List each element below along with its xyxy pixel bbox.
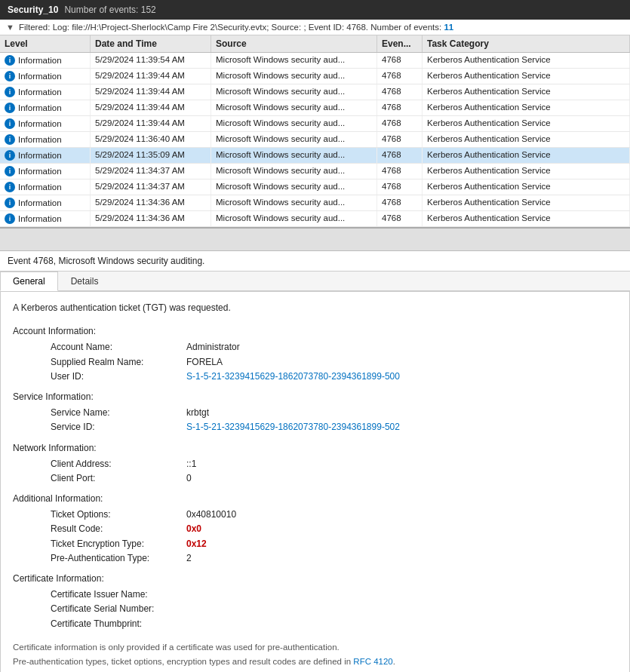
eventid-cell: 4768 — [377, 195, 423, 210]
level-cell: iInformation — [0, 100, 91, 115]
info-icon: i — [5, 150, 15, 161]
field-value: 0x12 — [186, 537, 207, 551]
level-text: Information — [18, 87, 62, 97]
taskcategory-cell: Kerberos Authentication Service — [423, 116, 630, 131]
field-value: 2 — [186, 551, 192, 566]
taskcategory-cell: Kerberos Authentication Service — [423, 211, 630, 226]
taskcategory-cell: Kerberos Authentication Service — [423, 84, 630, 100]
source-cell: Microsoft Windows security aud... — [211, 132, 377, 147]
field-label: Client Address: — [51, 457, 186, 471]
level-text: Information — [18, 135, 62, 144]
info-icon: i — [5, 55, 15, 66]
eventid-cell: 4768 — [377, 148, 423, 163]
table-row[interactable]: iInformation5/29/2024 11:35:09 AMMicroso… — [0, 148, 630, 164]
title-bar: Security_10 Number of events: 152 — [0, 0, 630, 20]
detail-section: Service Information:Service Name:krbtgtS… — [13, 390, 617, 435]
field-label: Result Code: — [51, 522, 186, 536]
detail-panel: A Kerberos authentication ticket (TGT) w… — [0, 291, 630, 672]
field-label: Pre-Authentication Type: — [51, 551, 186, 566]
section-fields: Client Address:::1Client Port:0 — [51, 457, 617, 486]
level-cell: iInformation — [0, 53, 91, 68]
field-label: Certificate Serial Number: — [51, 602, 186, 616]
eventid-cell: 4768 — [377, 53, 423, 68]
datetime-cell: 5/29/2024 11:34:37 AM — [91, 180, 211, 195]
info-icon: i — [5, 87, 15, 97]
field-value: S-1-5-21-3239415629-1862073780-239436189… — [186, 420, 400, 434]
level-cell: iInformation — [0, 84, 91, 100]
field-label: Supplied Realm Name: — [51, 355, 186, 370]
field-row: Service ID:S-1-5-21-3239415629-186207378… — [51, 420, 617, 434]
table-row[interactable]: iInformation5/29/2024 11:39:54 AMMicroso… — [0, 53, 630, 69]
level-cell: iInformation — [0, 148, 91, 163]
field-label: User ID: — [51, 370, 186, 384]
table-header: Level Date and Time Source Even... Task … — [0, 35, 630, 53]
app-title: Security_10 — [8, 5, 58, 15]
table-row[interactable]: iInformation5/29/2024 11:34:37 AMMicroso… — [0, 164, 630, 180]
field-row: Client Address:::1 — [51, 457, 617, 471]
table-row[interactable]: iInformation5/29/2024 11:34:36 AMMicroso… — [0, 211, 630, 227]
detail-intro: A Kerberos authentication ticket (TGT) w… — [13, 301, 617, 315]
table-row[interactable]: iInformation5/29/2024 11:39:44 AMMicroso… — [0, 100, 630, 116]
source-cell: Microsoft Windows security aud... — [211, 116, 377, 131]
field-row: Ticket Options:0x40810010 — [51, 508, 617, 522]
eventid-cell: 4768 — [377, 164, 423, 179]
level-cell: iInformation — [0, 180, 91, 195]
source-cell: Microsoft Windows security aud... — [211, 164, 377, 179]
filter-text: Filtered: Log: file://H:\Project-Sherloc… — [19, 23, 453, 32]
info-icon: i — [5, 134, 15, 145]
table-row[interactable]: iInformation5/29/2024 11:34:36 AMMicroso… — [0, 195, 630, 211]
source-cell: Microsoft Windows security aud... — [211, 69, 377, 84]
section-fields: Ticket Options:0x40810010Result Code:0x0… — [51, 508, 617, 566]
eventid-cell: 4768 — [377, 116, 423, 131]
field-row: Account Name:Administrator — [51, 340, 617, 354]
level-text: Information — [18, 214, 62, 223]
field-value: S-1-5-21-3239415629-1862073780-239436189… — [186, 370, 400, 384]
tab-general[interactable]: General — [0, 272, 58, 291]
rfc-link[interactable]: RFC 4120 — [353, 657, 392, 666]
datetime-cell: 5/29/2024 11:36:40 AM — [91, 132, 211, 147]
level-cell: iInformation — [0, 164, 91, 179]
level-text: Information — [18, 103, 62, 112]
filter-bar: ▼ Filtered: Log: file://H:\Project-Sherl… — [0, 20, 630, 35]
section-title: Additional Information: — [13, 492, 617, 506]
field-row: Result Code:0x0 — [51, 522, 617, 536]
taskcategory-cell: Kerberos Authentication Service — [423, 100, 630, 115]
taskcategory-cell: Kerberos Authentication Service — [423, 132, 630, 147]
taskcategory-cell: Kerberos Authentication Service — [423, 195, 630, 210]
source-cell: Microsoft Windows security aud... — [211, 195, 377, 210]
col-level: Level — [0, 35, 91, 52]
table-row[interactable]: iInformation5/29/2024 11:39:44 AMMicroso… — [0, 69, 630, 84]
section-fields: Account Name:AdministratorSupplied Realm… — [51, 340, 617, 384]
detail-section: Account Information:Account Name:Adminis… — [13, 324, 617, 384]
datetime-cell: 5/29/2024 11:34:37 AM — [91, 164, 211, 179]
field-value: FORELA — [186, 355, 223, 370]
detail-sections: Account Information:Account Name:Adminis… — [13, 324, 617, 631]
datetime-cell: 5/29/2024 11:39:44 AM — [91, 69, 211, 84]
table-row[interactable]: iInformation5/29/2024 11:39:44 AMMicroso… — [0, 84, 630, 100]
field-row: Supplied Realm Name:FORELA — [51, 355, 617, 370]
field-label: Ticket Options: — [51, 508, 186, 522]
table-row[interactable]: iInformation5/29/2024 11:39:44 AMMicroso… — [0, 116, 630, 132]
datetime-cell: 5/29/2024 11:39:54 AM — [91, 53, 211, 68]
field-row: Client Port:0 — [51, 471, 617, 486]
event-header: Event 4768, Microsoft Windows security a… — [0, 251, 630, 272]
field-label: Certificate Issuer Name: — [51, 588, 186, 602]
field-value: 0x40810010 — [186, 508, 236, 522]
col-taskcategory: Task Category — [423, 35, 630, 52]
section-fields: Certificate Issuer Name:Certificate Seri… — [51, 588, 617, 631]
table-row[interactable]: iInformation5/29/2024 11:34:37 AMMicroso… — [0, 180, 630, 195]
field-row: Certificate Thumbprint: — [51, 617, 617, 631]
field-value: ::1 — [186, 457, 196, 471]
col-source: Source — [211, 35, 377, 52]
source-cell: Microsoft Windows security aud... — [211, 211, 377, 226]
table-row[interactable]: iInformation5/29/2024 11:36:40 AMMicroso… — [0, 132, 630, 148]
datetime-cell: 5/29/2024 11:34:36 AM — [91, 211, 211, 226]
col-eventid: Even... — [377, 35, 423, 52]
level-text: Information — [18, 119, 62, 128]
field-row: Certificate Issuer Name: — [51, 588, 617, 602]
section-fields: Service Name:krbtgtService ID:S-1-5-21-3… — [51, 406, 617, 434]
spacer — [0, 229, 630, 251]
taskcategory-cell: Kerberos Authentication Service — [423, 148, 630, 163]
tab-details[interactable]: Details — [58, 272, 112, 290]
source-cell: Microsoft Windows security aud... — [211, 100, 377, 115]
